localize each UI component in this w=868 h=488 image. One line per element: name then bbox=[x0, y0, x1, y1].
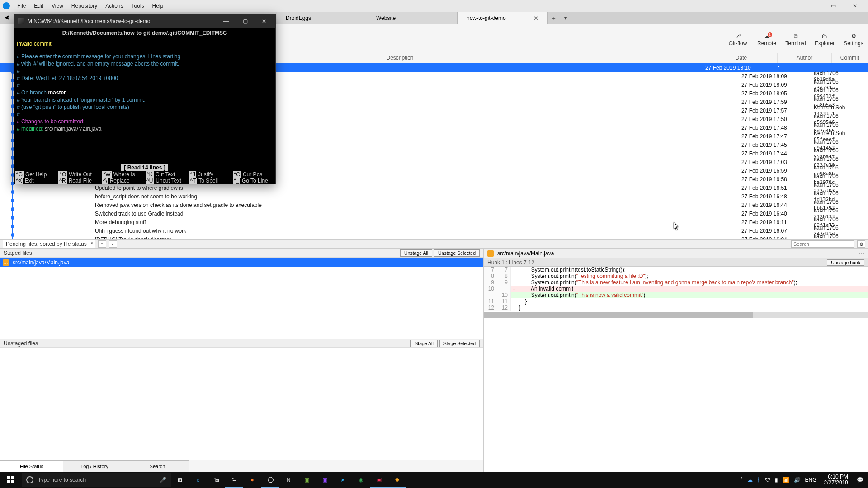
commit-author: itachi1706 1192d11 bbox=[814, 233, 868, 239]
tray-volume-icon[interactable]: 🔊 bbox=[794, 477, 801, 483]
taskbar-twitch-icon[interactable]: ▣ bbox=[316, 472, 334, 488]
settings-label: Settings bbox=[844, 40, 863, 47]
taskbar-intellij-icon[interactable]: ▣ bbox=[370, 472, 388, 488]
terminal-minimize-button[interactable]: — bbox=[218, 16, 234, 26]
taskbar-maps-icon[interactable]: ◉ bbox=[352, 472, 370, 488]
commit-row[interactable]: before_script does not seem to be workin… bbox=[0, 192, 868, 201]
taskbar-explorer-icon[interactable]: 🗂 bbox=[225, 472, 243, 488]
tab-close-icon[interactable]: ✕ bbox=[533, 15, 538, 22]
tray-bluetooth-icon[interactable]: ᛒ bbox=[757, 477, 760, 483]
taskbar-sourcetree-icon[interactable]: ◆ bbox=[388, 472, 406, 488]
explorer-button[interactable]: 🗁 Explorer bbox=[810, 31, 839, 47]
tab-log-history[interactable]: Log / History bbox=[63, 460, 126, 472]
system-tray[interactable]: ˄ ☁ ᛒ 🛡 ▮ 📶 🔊 ENG bbox=[736, 477, 821, 483]
menu-tools[interactable]: Tools bbox=[128, 1, 148, 10]
diff-line[interactable]: 1212} bbox=[484, 305, 868, 311]
taskbar-minecraft-icon[interactable]: ▣ bbox=[297, 472, 316, 488]
terminal-titlebar[interactable]: MINGW64:/d/Kenneth/Documents/how-to-git-… bbox=[14, 15, 275, 28]
taskbar-clock[interactable]: 6:10 PM 2/27/2019 bbox=[821, 474, 852, 486]
tab-file-status[interactable]: File Status bbox=[0, 460, 63, 472]
unstage-hunk-button[interactable]: Unstage hunk bbox=[827, 259, 864, 266]
tray-wifi-icon[interactable]: 📶 bbox=[783, 477, 789, 483]
commit-date: 27 Feb 2019 17:47 bbox=[741, 133, 814, 140]
commit-row[interactable]: More debugging stuff27 Feb 2019 16:11ita… bbox=[0, 218, 868, 226]
taskbar-chrome-icon[interactable]: ◯ bbox=[261, 472, 279, 488]
editor-shortcut: ^_Go To Line bbox=[232, 178, 275, 184]
tray-security-icon[interactable]: 🛡 bbox=[765, 477, 770, 483]
diff-line[interactable]: 1111 } bbox=[484, 298, 868, 305]
sort-dropdown[interactable]: Pending files, sorted by file status bbox=[3, 240, 95, 248]
taskbar-telegram-icon[interactable]: ➤ bbox=[334, 472, 352, 488]
tab-how-to-git-demo[interactable]: how-to-git-demo ✕ bbox=[458, 12, 548, 24]
stage-selected-button[interactable]: Stage Selected bbox=[439, 340, 480, 347]
author-column-header[interactable]: Author bbox=[778, 53, 832, 63]
commit-row[interactable]: Switched track to use Gradle instead27 F… bbox=[0, 209, 868, 218]
window-maximize-button[interactable]: ▭ bbox=[823, 0, 844, 12]
commit-date: 27 Feb 2019 18:09 bbox=[741, 82, 814, 88]
terminal-body[interactable]: D:/Kenneth/Documents/how-to-git-demo/.gi… bbox=[14, 28, 275, 171]
remote-button[interactable]: ☁1 Remote bbox=[752, 31, 781, 47]
menu-repository[interactable]: Repository bbox=[68, 1, 101, 10]
search-options-button[interactable]: ⚙ bbox=[857, 240, 865, 248]
commit-row[interactable]: Removed java version check as its done a… bbox=[0, 201, 868, 209]
taskbar-search[interactable]: Type here to search 🎤 bbox=[22, 473, 171, 487]
mic-icon[interactable]: 🎤 bbox=[160, 477, 166, 483]
editor-shortcut-bar: ^GGet Help^OWrite Out^WWhere Is^KCut Tex… bbox=[14, 171, 275, 184]
terminal-maximize-button[interactable]: ▢ bbox=[237, 16, 253, 26]
task-view-icon[interactable]: ⊞ bbox=[171, 472, 189, 488]
diff-line[interactable]: 88 System.out.println("Testing committin… bbox=[484, 273, 868, 279]
diff-line[interactable]: 10+ System.out.println("This is now a va… bbox=[484, 292, 868, 298]
commit-row[interactable]: Updated to point to where gradlew is27 F… bbox=[0, 183, 868, 192]
terminal-button[interactable]: ⧉ Terminal bbox=[781, 31, 810, 47]
tray-language[interactable]: ENG bbox=[805, 477, 817, 483]
terminal-close-button[interactable]: ✕ bbox=[256, 16, 272, 26]
menu-view[interactable]: View bbox=[48, 1, 67, 10]
unstage-selected-button[interactable]: Unstage Selected bbox=[434, 249, 480, 257]
file-search-input[interactable] bbox=[791, 240, 854, 248]
view-mode-button[interactable]: ≡ bbox=[98, 240, 106, 248]
taskbar-edge-icon[interactable]: e bbox=[189, 472, 207, 488]
tab-droideggs[interactable]: DroidEggs bbox=[277, 12, 367, 24]
commit-row[interactable]: Uhh i guess i found out why it no work27… bbox=[0, 226, 868, 235]
diff-line[interactable]: 10- An invalid commit bbox=[484, 286, 868, 292]
commit-date: 27 Feb 2019 17:50 bbox=[741, 116, 814, 122]
menu-edit[interactable]: Edit bbox=[30, 1, 47, 10]
menu-file[interactable]: File bbox=[14, 1, 29, 10]
sidebar-toggle-icon[interactable]: ⮜ bbox=[0, 12, 14, 24]
diff-horizontal-scrollbar[interactable] bbox=[484, 312, 868, 318]
tab-search[interactable]: Search bbox=[126, 460, 189, 472]
taskbar-notion-icon[interactable]: N bbox=[279, 472, 297, 488]
staged-file-row[interactable]: …src/main/java/Main.java bbox=[0, 258, 483, 267]
start-button[interactable] bbox=[0, 472, 21, 488]
staged-files-list[interactable]: …src/main/java/Main.java bbox=[0, 258, 483, 339]
diff-line[interactable]: 99 System.out.println("This is a new fea… bbox=[484, 279, 868, 286]
settings-button[interactable]: ⚙ Settings bbox=[839, 31, 868, 47]
tray-onedrive-icon[interactable]: ☁ bbox=[747, 477, 753, 483]
tab-website[interactable]: Website bbox=[367, 12, 458, 24]
window-close-button[interactable]: ✕ bbox=[844, 0, 865, 12]
new-tab-button[interactable]: ＋ bbox=[548, 12, 560, 24]
tray-battery-icon[interactable]: ▮ bbox=[775, 477, 778, 483]
commit-column-header[interactable]: Commit bbox=[832, 53, 868, 63]
tab-menu-button[interactable]: ▾ bbox=[560, 12, 571, 24]
diff-line[interactable]: 77 System.out.println(test.toStaticStrin… bbox=[484, 267, 868, 273]
menu-help[interactable]: Help bbox=[149, 1, 167, 10]
window-minimize-button[interactable]: — bbox=[801, 0, 822, 12]
menu-actions[interactable]: Actions bbox=[102, 1, 127, 10]
view-options-button[interactable]: ▾ bbox=[109, 240, 117, 248]
commit-row[interactable]: [DEBUG] Travis check directory27 Feb 201… bbox=[0, 235, 868, 239]
unstage-all-button[interactable]: Unstage All bbox=[400, 249, 432, 257]
tray-expand-icon[interactable]: ˄ bbox=[740, 477, 743, 483]
unstaged-files-list[interactable] bbox=[0, 348, 483, 460]
commit-date: 27 Feb 2019 16:44 bbox=[741, 202, 814, 208]
action-center-icon[interactable]: 💬 bbox=[852, 472, 868, 488]
commit-date: 27 Feb 2019 16:40 bbox=[741, 211, 814, 217]
terminal-app-icon bbox=[18, 18, 24, 24]
taskbar-store-icon[interactable]: 🛍 bbox=[207, 472, 225, 488]
taskbar-firefox-icon[interactable]: ● bbox=[243, 472, 261, 488]
stage-all-button[interactable]: Stage All bbox=[410, 340, 437, 347]
date-column-header[interactable]: Date bbox=[705, 53, 778, 63]
gitflow-button[interactable]: ⎇ Git-flow bbox=[723, 31, 752, 47]
diff-body[interactable]: 77 System.out.println(test.toStaticStrin… bbox=[484, 267, 868, 311]
diff-options-icon[interactable]: ⋯ bbox=[859, 250, 864, 257]
